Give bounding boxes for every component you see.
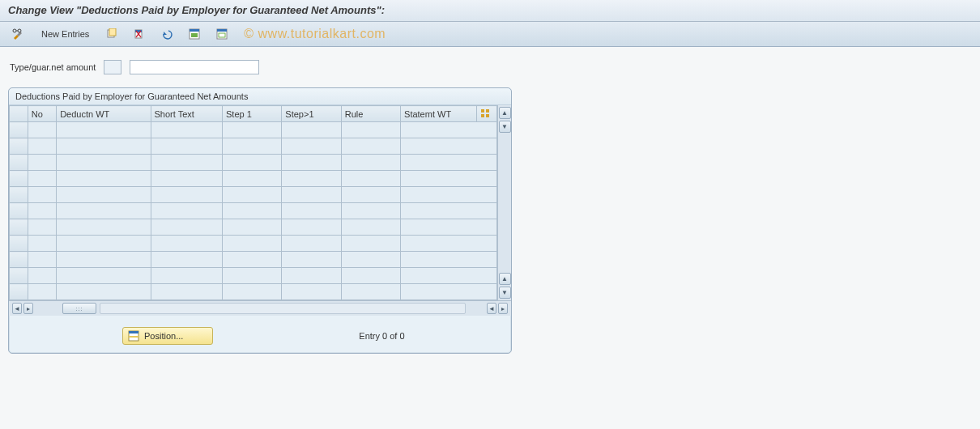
row-selector[interactable] [10,284,28,300]
cell-stepg1[interactable] [282,171,341,187]
cell-stepg1[interactable] [282,268,341,284]
cell-no[interactable] [28,219,56,236]
scroll-up-icon[interactable]: ▲ [499,107,511,119]
hscroll-left-icon[interactable]: ▸ [23,303,33,314]
cell-deductn-wt[interactable] [57,203,151,219]
row-selector[interactable] [10,122,28,138]
cell-rule[interactable] [341,122,400,138]
cell-short-text[interactable] [151,284,223,300]
table-config-button[interactable] [476,106,496,122]
cell-no[interactable] [28,171,56,187]
table-row[interactable] [10,138,497,155]
cell-deductn-wt[interactable] [57,268,151,284]
table-row[interactable] [10,284,497,300]
table-row[interactable] [10,171,497,187]
row-selector[interactable] [10,203,28,219]
cell-stepg1[interactable] [282,122,341,138]
cell-short-text[interactable] [151,236,223,252]
new-entries-button[interactable]: New Entries [34,25,96,43]
cell-step1[interactable] [223,203,282,219]
cell-statemt-wt[interactable] [401,138,497,155]
table-row[interactable] [10,236,497,252]
col-no-header[interactable]: No [28,106,56,122]
cell-short-text[interactable] [151,187,223,203]
row-selector[interactable] [10,171,28,187]
cell-short-text[interactable] [151,268,223,284]
copy-as-button[interactable] [100,25,124,43]
cell-step1[interactable] [223,219,282,236]
cell-stepg1[interactable] [282,138,341,155]
hscroll-track[interactable] [100,303,466,314]
table-row[interactable] [10,252,497,268]
cell-deductn-wt[interactable] [57,252,151,268]
type-guar-net-code-input[interactable] [104,60,121,74]
position-button[interactable]: Position... [122,327,213,345]
cell-short-text[interactable] [151,122,223,138]
undo-button[interactable] [155,25,179,43]
row-selector[interactable] [10,219,28,236]
cell-no[interactable] [28,252,56,268]
cell-step1[interactable] [223,268,282,284]
row-selector[interactable] [10,138,28,155]
cell-stepg1[interactable] [282,219,341,236]
table-row[interactable] [10,187,497,203]
row-selector[interactable] [10,155,28,171]
cell-step1[interactable] [223,171,282,187]
cell-rule[interactable] [341,155,400,171]
cell-statemt-wt[interactable] [401,203,497,219]
cell-deductn-wt[interactable] [57,138,151,155]
delete-button[interactable] [127,25,151,43]
cell-rule[interactable] [341,219,400,236]
cell-rule[interactable] [341,236,400,252]
cell-statemt-wt[interactable] [401,236,497,252]
cell-stepg1[interactable] [282,236,341,252]
cell-step1[interactable] [223,122,282,138]
cell-statemt-wt[interactable] [401,252,497,268]
cell-statemt-wt[interactable] [401,122,497,138]
table-row[interactable] [10,203,497,219]
cell-step1[interactable] [223,252,282,268]
cell-stepg1[interactable] [282,155,341,171]
cell-rule[interactable] [341,284,400,300]
cell-deductn-wt[interactable] [57,171,151,187]
cell-statemt-wt[interactable] [401,219,497,236]
col-stepg1-header[interactable]: Step>1 [282,106,341,122]
cell-step1[interactable] [223,138,282,155]
select-all-button[interactable] [182,25,207,43]
col-short-text-header[interactable]: Short Text [151,106,223,122]
row-selector[interactable] [10,268,28,284]
cell-short-text[interactable] [151,171,223,187]
cell-step1[interactable] [223,187,282,203]
cell-statemt-wt[interactable] [401,187,497,203]
cell-rule[interactable] [341,187,400,203]
cell-rule[interactable] [341,268,400,284]
cell-stepg1[interactable] [282,284,341,300]
horizontal-scrollbar[interactable]: ◄ ▸ ::: ◄ ▸ [9,300,511,316]
cell-no[interactable] [28,236,56,252]
cell-statemt-wt[interactable] [401,155,497,171]
toggle-change-button[interactable] [6,25,31,43]
cell-deductn-wt[interactable] [57,122,151,138]
cell-no[interactable] [28,122,56,138]
cell-no[interactable] [28,284,56,300]
cell-stepg1[interactable] [282,187,341,203]
row-selector[interactable] [10,187,28,203]
cell-no[interactable] [28,203,56,219]
vertical-scrollbar[interactable]: ▲ ▼ ▲ ▼ [497,105,511,300]
scroll-down-step-icon[interactable]: ▼ [499,121,511,133]
type-guar-net-desc-input[interactable] [130,60,259,74]
cell-statemt-wt[interactable] [401,284,497,300]
table-row[interactable] [10,155,497,171]
deselect-all-button[interactable] [210,25,234,43]
hscroll-right-icon[interactable]: ◄ [487,303,496,314]
col-statemt-wt-header[interactable]: Statemt WT [401,106,477,122]
table-row[interactable] [10,268,497,284]
cell-short-text[interactable] [151,155,223,171]
cell-rule[interactable] [341,171,400,187]
cell-no[interactable] [28,268,56,284]
cell-rule[interactable] [341,252,400,268]
cell-deductn-wt[interactable] [57,284,151,300]
cell-no[interactable] [28,155,56,171]
hscroll-last-icon[interactable]: ▸ [498,303,508,314]
col-rule-header[interactable]: Rule [341,106,400,122]
